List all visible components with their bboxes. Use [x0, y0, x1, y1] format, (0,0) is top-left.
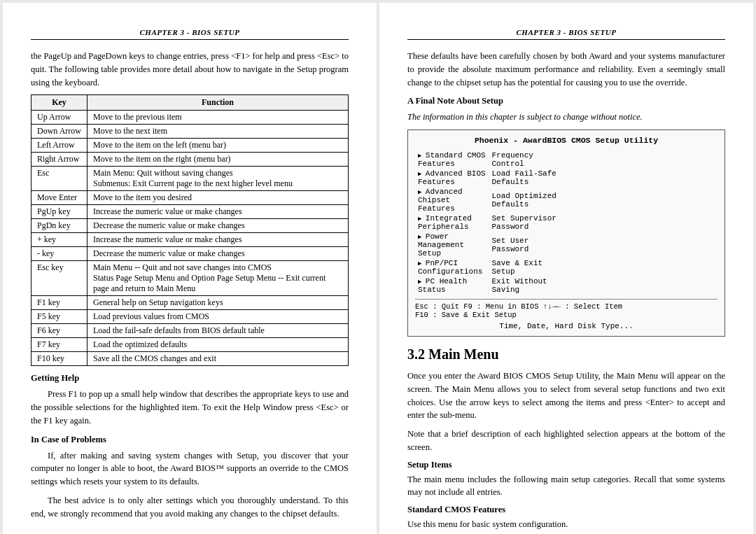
key-cell: F10 key: [31, 352, 88, 366]
key-cell: F6 key: [31, 324, 88, 338]
function-cell: Main Menu -- Quit and not save changes i…: [88, 261, 349, 296]
table-row: Up ArrowMove to the previous item: [31, 111, 349, 125]
bios-left-item: ▶ Standard CMOS Features: [415, 150, 489, 169]
bios-left-item: ▶ Power Management Setup: [415, 232, 489, 258]
bios-right-item: Set Supervisor Password: [489, 213, 564, 232]
bios-left-item: ▶ PC Health Status: [415, 276, 489, 295]
function-cell: Save all the CMOS changes and exit: [88, 352, 349, 366]
table-row: F7 keyLoad the optimized defaults: [31, 338, 349, 352]
main-menu-heading: 3.2 Main Menu: [407, 346, 725, 363]
bios-footer-line1: Esc : Quit F9 : Menu in BIOS ↑↓→← : Sele…: [415, 302, 718, 311]
bios-left-item: ▶ Advanced Chipset Features: [415, 187, 489, 213]
table-row: + keyIncrease the numeric value or make …: [31, 233, 349, 247]
key-cell: F1 key: [31, 296, 88, 310]
main-para1: Once you enter the Award BIOS CMOS Setup…: [407, 370, 725, 422]
right-chapter-header: CHAPTER 3 - BIOS SETUP: [407, 28, 725, 40]
left-chapter-header: CHAPTER 3 - BIOS SETUP: [31, 28, 349, 40]
bios-right-item: Load Optimized Defaults: [489, 187, 564, 213]
table-row: PgDn keyDecrease the numeric value or ma…: [31, 219, 349, 233]
key-cell: - key: [31, 247, 88, 261]
table-row: PgUp keyIncrease the numeric value or ma…: [31, 205, 349, 219]
bios-row: ▶ Advanced Chipset FeaturesLoad Optimize…: [415, 187, 563, 213]
setup-items-text: The main menu includes the following mai…: [407, 473, 725, 500]
table-row: Right ArrowMove to the item on the right…: [31, 153, 349, 167]
function-cell: Move to the next item: [88, 125, 349, 139]
bios-title: Phoenix - AwardBIOS CMOS Setup Utility: [415, 136, 718, 145]
table-row: F10 keySave all the CMOS changes and exi…: [31, 352, 349, 366]
standard-cmos-text: Use this menu for basic system configura…: [407, 518, 725, 531]
key-cell: Right Arrow: [31, 153, 88, 167]
standard-cmos-heading: Standard CMOS Features: [407, 505, 725, 515]
right-intro: These defaults have been carefully chose…: [407, 50, 725, 89]
function-cell: Increase the numeric value or make chang…: [88, 205, 349, 219]
bios-footer: Esc : Quit F9 : Menu in BIOS ↑↓→← : Sele…: [415, 299, 718, 319]
in-case-heading: In Case of Problems: [31, 435, 349, 445]
table-row: F6 keyLoad the fail-safe defaults from B…: [31, 324, 349, 338]
getting-help-heading: Getting Help: [31, 373, 349, 384]
in-case-para2: The best advice is to only alter setting…: [31, 494, 349, 521]
bios-right-item: Load Fail-Safe Defaults: [489, 169, 564, 187]
bios-footer-line2: F10 : Save & Exit Setup: [415, 311, 718, 319]
bios-box: Phoenix - AwardBIOS CMOS Setup Utility ▶…: [407, 129, 725, 337]
bios-right-item: Exit Without Saving: [489, 276, 564, 295]
table-row: Left ArrowMove to the item on the left (…: [31, 139, 349, 153]
bios-row: ▶ Standard CMOS FeaturesFrequency Contro…: [415, 150, 563, 169]
left-page: CHAPTER 3 - BIOS SETUP the PageUp and Pa…: [3, 3, 377, 534]
key-table: Key Function Up ArrowMove to the previou…: [31, 94, 349, 366]
bios-left-item: ▶ PnP/PCI Configurations: [415, 258, 489, 276]
table-row: EscMain Menu: Quit without saving change…: [31, 167, 349, 191]
key-cell: PgDn key: [31, 219, 88, 233]
function-cell: Load the optimized defaults: [88, 338, 349, 352]
col-key: Key: [31, 95, 88, 111]
bios-right-item: Set User Password: [489, 232, 564, 258]
key-cell: Esc key: [31, 261, 88, 296]
table-row: Esc keyMain Menu -- Quit and not save ch…: [31, 261, 349, 296]
setup-items-heading: Setup Items: [407, 460, 725, 470]
bios-row: ▶ PC Health StatusExit Without Saving: [415, 276, 563, 295]
function-cell: Decrease the numeric value or make chang…: [88, 219, 349, 233]
bios-right-item: Save & Exit Setup: [489, 258, 564, 276]
table-row: F1 keyGeneral help on Setup navigation k…: [31, 296, 349, 310]
bios-row: ▶ Integrated PeripheralsSet Supervisor P…: [415, 213, 563, 232]
main-para2: Note that a brief description of each hi…: [407, 428, 725, 454]
key-cell: Move Enter: [31, 191, 88, 205]
bios-row: ▶ Power Management SetupSet User Passwor…: [415, 232, 563, 258]
function-cell: Move to the item on the left (menu bar): [88, 139, 349, 153]
function-cell: Load the fail-safe defaults from BIOS de…: [88, 324, 349, 338]
function-cell: General help on Setup navigation keys: [88, 296, 349, 310]
right-page: CHAPTER 3 - BIOS SETUP These defaults ha…: [379, 3, 753, 534]
key-cell: F7 key: [31, 338, 88, 352]
table-row: - keyDecrease the numeric value or make …: [31, 247, 349, 261]
bios-left-item: ▶ Advanced BIOS Features: [415, 169, 489, 187]
table-row: F5 keyLoad previous values from CMOS: [31, 310, 349, 324]
bios-left-item: ▶ Integrated Peripherals: [415, 213, 489, 232]
function-cell: Main Menu: Quit without saving changesSu…: [88, 167, 349, 191]
function-cell: Load previous values from CMOS: [88, 310, 349, 324]
final-note-italic: The information in this chapter is subje…: [407, 111, 725, 124]
key-cell: Up Arrow: [31, 111, 88, 125]
function-cell: Move to the item you desired: [88, 191, 349, 205]
bios-bottom-hint: Time, Date, Hard Disk Type...: [415, 322, 718, 330]
table-row: Down ArrowMove to the next item: [31, 125, 349, 139]
final-note-heading: A Final Note About Setup: [407, 96, 725, 106]
key-cell: Left Arrow: [31, 139, 88, 153]
key-cell: F5 key: [31, 310, 88, 324]
function-cell: Move to the item on the right (menu bar): [88, 153, 349, 167]
bios-row: ▶ Advanced BIOS FeaturesLoad Fail-Safe D…: [415, 169, 563, 187]
key-cell: Down Arrow: [31, 125, 88, 139]
table-row: Move EnterMove to the item you desired: [31, 191, 349, 205]
getting-help-text: Press F1 to pop up a small help window t…: [31, 388, 349, 427]
bios-row: ▶ PnP/PCI ConfigurationsSave & Exit Setu…: [415, 258, 563, 276]
function-cell: Move to the previous item: [88, 111, 349, 125]
bios-right-item: Frequency Control: [489, 150, 564, 169]
key-cell: PgUp key: [31, 205, 88, 219]
function-cell: Increase the numeric value or make chang…: [88, 233, 349, 247]
key-cell: Esc: [31, 167, 88, 191]
key-cell: + key: [31, 233, 88, 247]
bios-grid: ▶ Standard CMOS FeaturesFrequency Contro…: [415, 150, 718, 295]
in-case-para1: If, after making and saving system chang…: [31, 449, 349, 489]
function-cell: Decrease the numeric value or make chang…: [88, 247, 349, 261]
col-function: Function: [88, 95, 349, 111]
left-intro: the PageUp and PageDown keys to change e…: [31, 50, 349, 89]
